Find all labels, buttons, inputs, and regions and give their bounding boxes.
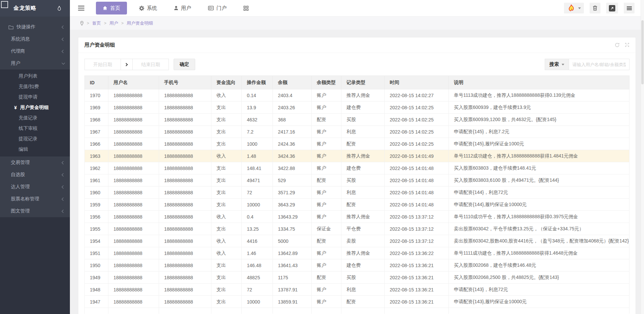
table-row[interactable]: 19611888888888818888888888支出49471529配资买股… [85,174,629,187]
sidebar-item-article-mgmt[interactable]: 图文管理 [0,205,70,217]
refresh-icon[interactable] [615,42,620,48]
fullscreen-icon[interactable] [625,42,629,48]
breadcrumb-item[interactable]: 首页 [92,20,101,26]
list-bars-button[interactable] [624,3,635,13]
table-row[interactable]: 19481888888888818888888888支出7213787.91账户… [85,284,629,296]
cell-username: 18888888888 [108,126,159,138]
table-row[interactable]: 19471888888888818888888888支出1000013859.9… [85,296,629,308]
sidebar-subitem-recharge-deduct[interactable]: 充值/扣费 [0,81,70,92]
cell-amount: 48825 [242,272,273,284]
sidebar-item-watchlist[interactable]: 自选股 [0,169,70,181]
table-row[interactable]: 19511888888888818888888888收入1.4613642.89… [85,247,629,259]
sidebar-subitem-user-funds-detail[interactable]: ¥用户资金明细 [0,102,70,113]
sidebar-subitem-offline-review[interactable]: 线下审核 [0,123,70,134]
table-row[interactable]: 19601888888888818888888888支出723571.29账户利… [85,187,629,199]
cell-id: 1955 [85,223,108,235]
cell-amount: 1.48 [242,150,273,162]
cell-username: 18888888888 [108,102,159,114]
column-header: 资金流向 [211,76,242,89]
cell-username: 18888888888 [108,284,159,296]
nav-item-home[interactable]: 首页 [96,2,127,15]
search-input[interactable] [569,59,629,70]
card-tools [615,42,629,48]
cell-phone: 18888888888 [159,247,211,259]
nav-item-user[interactable]: 用户 [169,2,196,15]
cell-phone: 18888888888 [159,199,211,211]
table-row[interactable]: 19661888888888818888888888支出10002424.36账… [85,138,629,150]
table-row[interactable]: 19491888888888818888888888支出488251175配资买… [85,272,629,284]
cell-balance: 5000 [273,235,312,247]
cell-time: 2022-08-15 13:36:21 [385,296,449,308]
location-pin-icon [80,21,84,26]
table-row[interactable]: 19671888888888818888888888支出7.22417.16账户… [85,126,629,138]
cell-balance_type: 账户 [312,199,341,211]
sidebar-item-trade-mgmt[interactable]: 交易管理 [0,156,70,169]
sidebar-subitem-withdraw-records[interactable]: 提现记录 [0,134,70,144]
table-row[interactable]: 19551888888888818888888888支出13.251334.75… [85,223,629,235]
cell-balance_type: 账户 [312,284,341,296]
breadcrumb-separator: > [104,21,106,26]
cell-flow: 支出 [211,114,242,126]
sidebar-item-stock-name-mgmt[interactable]: 股票名称管理 [0,193,70,205]
sidebar-subitem-withdraw-apply[interactable]: 提现申请 [0,92,70,102]
cell-balance_type: 账户 [312,296,341,308]
nav-item-portal[interactable]: 门户 [203,2,231,15]
hamburger-icon[interactable] [78,6,84,11]
sidebar-item-experts-mgmt[interactable]: 达人管理 [0,181,70,193]
search-dropdown-button[interactable]: 搜索 [545,59,569,70]
confirm-button[interactable]: 确定 [174,59,195,70]
sidebar-item-label: 图文管理 [11,208,30,214]
cell-balance_type: 配资 [312,235,341,247]
user-funds-card: 用户资金明细 确定 搜索 [78,37,636,314]
droplet-icon [57,6,61,11]
sidebar-item-system-messages[interactable]: 系统消息 [0,33,70,45]
cell-record_type: 配资 [341,296,385,308]
sidebar-subitem-recharge-records[interactable]: 充值记录 [0,113,70,123]
table-row[interactable]: 19561888888888818888888888收入0.413643.29账… [85,211,629,223]
sidebar-item-agents[interactable]: 代理商 [0,45,70,57]
cell-amount: 4632 [242,114,273,126]
breadcrumb-item[interactable]: 用户 [109,20,118,26]
cell-record_type: 建仓费 [341,102,385,114]
table-row[interactable]: 19621888888888818888888888支出148.413422.8… [85,162,629,174]
cell-phone: 18888888888 [159,114,211,126]
sidebar-item-users[interactable]: 用户 [0,57,70,69]
cell-flow: 支出 [211,174,242,187]
date-range-arrow-button[interactable] [121,59,133,70]
gear-icon [139,6,144,11]
cell-flow: 收入 [211,247,242,259]
table-row[interactable]: 19501888888888818888888888支出146.4813641.… [85,259,629,272]
sidebar-subitem-label: 提现记录 [19,136,37,142]
cell-balance_type: 账户 [312,211,341,223]
app-window: 金龙策略 快捷操作系统消息代理商用户用户列表充值/扣费提现申请¥用户资金明细充值… [0,0,644,314]
table-row[interactable]: 19701888888888818888888888收入0.142403.4账户… [85,89,629,102]
sidebar-subitem-user-list[interactable]: 用户列表 [0,71,70,81]
trash-button[interactable] [590,3,600,13]
scrollbar-thumb[interactable] [641,20,644,84]
avatar-button[interactable] [564,3,584,13]
cell-flow: 支出 [211,102,242,114]
start-date-input[interactable] [84,59,121,70]
nav-item-apps[interactable] [239,2,253,15]
cell-note: 买入股票603803，建仓手续费148.41元 [449,162,629,174]
cell-time: 2022-08-15 14:02:27 [385,89,449,102]
sidebar-subitem-edit[interactable]: 编辑 [0,144,70,154]
cell-phone: 18888888888 [159,89,211,102]
sidebar-item-quick-actions[interactable]: 快捷操作 [0,21,70,33]
table-row[interactable]: 19691888888888818888888888支出13.92403.26账… [85,102,629,114]
cell-record_type: 推荐人佣金 [341,247,385,259]
table-row[interactable]: 19541888888888818888888888收入44165000配资卖股… [85,235,629,247]
cell-record_type: 利息 [341,187,385,199]
breadcrumb-item[interactable]: 用户资金明细 [127,20,153,26]
nav-item-system[interactable]: 系统 [134,2,162,15]
cell-phone: 18888888888 [159,162,211,174]
sidebar-item-label: 用户 [11,60,20,66]
end-date-input[interactable] [132,59,169,70]
table-row[interactable]: 19591888888888818888888888支出100003643.29… [85,199,629,211]
table-row[interactable]: 19681888888888818888888888支出4632368配资买股2… [85,114,629,126]
cell-id: 1966 [85,138,108,150]
open-new-button[interactable] [606,3,618,13]
sidebar-subitem-label: 线下审核 [19,125,37,132]
cell-balance: 368 [273,114,312,126]
table-row[interactable]: 19631888888888818888888888收入1.483424.36账… [85,150,629,162]
